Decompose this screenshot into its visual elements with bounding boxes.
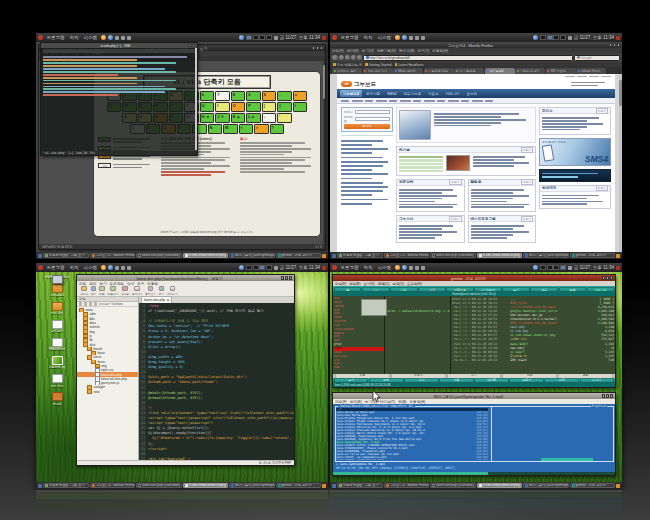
- menu-item[interactable]: 방문기록(S): [377, 49, 396, 53]
- show-desktop-icon[interactable]: [38, 484, 42, 488]
- browser-launcher-icon[interactable]: [108, 265, 113, 270]
- system-menu[interactable]: 시스템: [376, 265, 393, 270]
- update-icon[interactable]: [239, 265, 244, 270]
- launcher-icon[interactable]: [121, 266, 125, 270]
- menu-item[interactable]: 보기: [99, 282, 106, 286]
- places-menu[interactable]: 위치: [362, 265, 374, 270]
- function-button[interactable]: 새이름: [474, 378, 508, 382]
- toolbar-button[interactable]: 잘라내기: [132, 286, 142, 296]
- window-controls[interactable]: [312, 46, 323, 49]
- recent-links[interactable]: [473, 155, 533, 173]
- symlink-row[interactable]: cdrom -> media/cdrom: [386, 309, 422, 313]
- function-button[interactable]: 복사: [404, 378, 438, 382]
- seek-bar[interactable]: [541, 458, 593, 461]
- more-button[interactable]: 더보기: [521, 147, 533, 153]
- nav-item[interactable]: 공지사항: [363, 90, 383, 97]
- fm-toolbar-button[interactable]: 홈: [334, 287, 361, 292]
- show-desktop-icon[interactable]: [38, 254, 42, 258]
- fm-symlink-pane[interactable]: cdrom -> media/cdrominitrd.img -> boot/i…: [385, 296, 451, 374]
- taskbar-button-active[interactable]: vi-vim-cheat-sheet-kr.png: [477, 253, 523, 258]
- taskbar-button[interactable]: MOC (음악) jace/Gymnopedie: [229, 253, 275, 258]
- menu-item[interactable]: 도움말: [147, 282, 158, 286]
- bookmark-item[interactable]: 자주 방문하는 곳: [333, 63, 362, 67]
- launcher-icon[interactable]: [115, 266, 119, 270]
- bookmark-item[interactable]: Latest Headlines: [395, 63, 424, 67]
- taskbar-button[interactable]: gentoo - 파일 관리자: [570, 253, 616, 258]
- playlist-item[interactable]: jace-LISZT, Liebestraum.mp3(03:36): [336, 459, 488, 460]
- directory-row[interactable]: tmp: [334, 366, 384, 370]
- firefox-launcher-icon[interactable]: [101, 265, 106, 270]
- window-controls[interactable]: [602, 276, 613, 279]
- taskbar-button[interactable]: gentoo - 파일 관리자: [570, 483, 616, 488]
- toolbar-button[interactable]: 붙여넣기: [145, 286, 155, 296]
- places-menu[interactable]: 위치: [68, 35, 80, 40]
- taskbar-button[interactable]: latest.skin.php (/var/www): [430, 483, 476, 488]
- file-manager-window[interactable]: gentoo - 파일 관리자 파일(F)편집(E)보기(V)명령(C)설정(O…: [332, 274, 616, 388]
- desktop-icon[interactable]: 설치 문서: [39, 320, 75, 334]
- volume-icon[interactable]: [568, 266, 572, 270]
- panel-clock[interactable]: 금 11/27, 오후 11:34: [280, 265, 320, 270]
- taskbar-button[interactable]: gentoo - 파일 관리자: [276, 253, 322, 258]
- taskbar-button[interactable]: latest.skin.php (/var/www): [430, 253, 476, 258]
- desktop-icon[interactable]: 그누보드4: [39, 284, 75, 298]
- logout-icon[interactable]: [322, 266, 326, 270]
- more-button[interactable]: 더보기: [596, 108, 608, 114]
- menu-item[interactable]: 언어: [127, 282, 134, 286]
- nav-item[interactable]: 전문가스쿨: [400, 90, 424, 97]
- nav-item[interactable]: 커뮤니티: [442, 90, 462, 97]
- workspace-pager[interactable]: [246, 35, 272, 40]
- firefox-launcher-icon[interactable]: [395, 265, 400, 270]
- desktop-icon[interactable]: 백업함: [39, 392, 75, 406]
- stop-icon[interactable]: [351, 55, 356, 60]
- taskbar-button[interactable]: MOC (음악) jace/Gymnopedie: [523, 483, 569, 488]
- window-controls[interactable]: [602, 394, 613, 397]
- site-logo-text[interactable]: 그누보드: [354, 81, 376, 88]
- close-tab-icon[interactable]: [167, 299, 170, 302]
- back-icon[interactable]: [332, 55, 338, 61]
- taskbar-button[interactable]: 바탕화면.jpg - 그림 보기: [43, 483, 89, 488]
- show-desktop-icon[interactable]: [332, 484, 336, 488]
- tree-item[interactable]: new: [77, 390, 138, 394]
- link-list[interactable]: [397, 222, 464, 242]
- nav-item[interactable]: 자료실: [425, 90, 442, 97]
- toolbar-button[interactable]: 되돌리기: [108, 286, 118, 296]
- home-icon[interactable]: [357, 55, 362, 60]
- places-menu[interactable]: 위치: [362, 35, 374, 40]
- taskbar-button[interactable]: MOC (음악) jace/Gymnopedie: [229, 483, 275, 488]
- menu-item[interactable]: 도구: [137, 282, 144, 286]
- system-menu[interactable]: 시스템: [82, 35, 99, 40]
- launcher-icon[interactable]: [415, 36, 419, 40]
- function-button[interactable]: 보기: [334, 378, 368, 382]
- taskbar-button-active[interactable]: vi-vim-cheat-sheet-kr.png: [477, 483, 523, 488]
- menu-item[interactable]: 설정(O): [392, 282, 404, 286]
- recent-thumbnail[interactable]: [446, 155, 470, 171]
- update-icon[interactable]: [239, 35, 244, 40]
- code-editor-window[interactable]: latest.skin.php (/var/www/skin/latest/ba…: [76, 274, 295, 466]
- taskbar-button[interactable]: gentoo - 파일 관리자: [276, 483, 322, 488]
- menu-item[interactable]: 편집(E): [347, 49, 359, 53]
- moc-progress-bar[interactable]: [333, 472, 615, 475]
- desktop-icon[interactable]: README.txt: [39, 338, 75, 352]
- taskbar-button-active[interactable]: vi-vim-cheat-sheet-kr.png: [183, 483, 229, 488]
- function-button[interactable]: 나가기: [580, 378, 614, 382]
- menu-item[interactable]: 도움말(H): [407, 282, 422, 286]
- function-button[interactable]: 삭제: [544, 378, 578, 382]
- vim-terminal-window[interactable]: vi-vim.php (~) - VIM "vi-vim.php" [+] 14…: [40, 42, 198, 156]
- toolbar-button[interactable]: 새문서: [80, 286, 88, 296]
- more-button[interactable]: 더보기: [449, 216, 461, 222]
- system-menu[interactable]: 시스템: [376, 35, 393, 40]
- more-button[interactable]: 더보기: [521, 179, 533, 185]
- show-desktop-icon[interactable]: [332, 254, 336, 258]
- taskbar-button[interactable]: 그누보드4 - Mozilla Firefox: [90, 253, 136, 258]
- url-bar[interactable]: http://sir.co.kr/gnuboard4/: [363, 55, 573, 61]
- update-icon[interactable]: [533, 35, 538, 40]
- trash-icon[interactable]: [322, 254, 326, 258]
- taskbar-button[interactable]: MOC (음악) jace/Gymnopedie: [523, 253, 569, 258]
- desktop-icon[interactable]: phpMyAdmin 안내: [39, 275, 75, 279]
- window-controls[interactable]: [281, 276, 292, 279]
- launcher-icon[interactable]: [115, 36, 119, 40]
- fm-toolbar-button[interactable]: 설정: [559, 287, 586, 292]
- distro-menu-icon[interactable]: [332, 265, 337, 270]
- toolbar-button[interactable]: 저장: [99, 286, 105, 296]
- fm-toolbar-button[interactable]: 삭제: [418, 287, 445, 292]
